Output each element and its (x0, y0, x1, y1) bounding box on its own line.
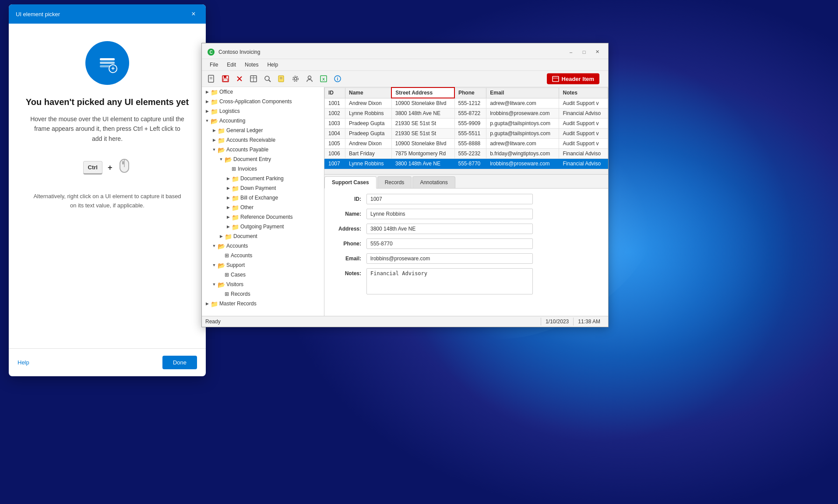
tree-item-document[interactable]: ▶ 📁 Document (202, 231, 324, 241)
tree-item-reference-docs[interactable]: ▶ 📁 Reference Documents (202, 212, 324, 222)
tree-label: Accounts Receivable (226, 137, 275, 143)
help-link[interactable]: Help (18, 359, 29, 366)
tree-label: Office (219, 89, 233, 95)
tree-item-bill-of-exchange[interactable]: ▶ 📁 Bill of Exchange (202, 193, 324, 203)
tree-item-document-parking[interactable]: ▶ 📁 Document Parking (202, 174, 324, 183)
tree-item-office[interactable]: ▶ 📁 Office (202, 87, 324, 97)
tree-label: Visitors (226, 281, 243, 287)
toolbar-new-btn[interactable] (205, 73, 218, 85)
expand-icon: ▼ (211, 242, 218, 249)
picker-close-button[interactable]: × (188, 9, 199, 19)
table-cell-name: Pradeep Gupta (345, 129, 391, 139)
tree-label: Logistics (219, 108, 240, 114)
toolbar-settings-btn[interactable] (289, 73, 302, 85)
form-input-address[interactable] (366, 224, 533, 234)
tree-item-master-records[interactable]: ▶ 📁 Master Records (202, 299, 324, 308)
form-input-email[interactable] (366, 253, 533, 264)
tree-label: Outgoing Payment (240, 224, 284, 230)
menu-notes[interactable]: Notes (240, 60, 263, 70)
tree-item-records[interactable]: ▶ ⊞ Records (202, 289, 324, 299)
table-row[interactable]: 1001Andrew Dixon10900 Stonelake Blvd555-… (325, 98, 608, 108)
grid-icon: ⊞ (225, 252, 229, 259)
menu-file[interactable]: File (205, 60, 222, 70)
tree-label: Support (226, 262, 245, 268)
form-input-name[interactable] (366, 209, 533, 219)
mouse-icon (117, 158, 131, 178)
tree-item-document-entry[interactable]: ▼ 📂 Document Entry (202, 154, 324, 164)
minimize-button[interactable]: – (565, 47, 577, 57)
tab-support-cases[interactable]: Support Cases (324, 176, 377, 189)
tree-item-accounts[interactable]: ▼ 📂 Accounts (202, 241, 324, 251)
expand-icon: ▶ (211, 136, 218, 144)
table-row[interactable]: 1003Pradeep Gupta21930 SE 51st St555-990… (325, 119, 608, 129)
tree-item-cases[interactable]: ▶ ⊞ Cases (202, 270, 324, 280)
table-cell-email: lrobbins@proseware.com (486, 108, 559, 119)
maximize-button[interactable]: □ (578, 47, 590, 57)
table-row[interactable]: 1006Bart Friday7875 Montgomery Rd555-223… (325, 149, 608, 159)
tree-item-down-payment[interactable]: ▶ 📁 Down Payment (202, 183, 324, 193)
menu-edit[interactable]: Edit (222, 60, 240, 70)
tree-panel[interactable]: ▶ 📁 Office ▶ 📁 Cross-Application Compone… (202, 87, 324, 316)
tree-item-outgoing-payment[interactable]: ▶ 📁 Outgoing Payment (202, 222, 324, 231)
toolbar-save-btn[interactable] (219, 73, 232, 85)
tree-item-support[interactable]: ▼ 📂 Support (202, 260, 324, 270)
tree-item-general-ledger[interactable]: ▶ 📁 General Ledger (202, 126, 324, 135)
table-row[interactable]: 1007Lynne Robbins3800 148th Ave NE555-87… (325, 159, 608, 169)
tree-item-invoices[interactable]: ▶ ⊞ Invoices (202, 164, 324, 174)
tree-item-accounts-receivable[interactable]: ▶ 📁 Accounts Receivable (202, 135, 324, 145)
menu-help[interactable]: Help (263, 60, 282, 70)
table-cell-name: Andrew Dixon (345, 139, 391, 149)
done-button[interactable]: Done (162, 356, 197, 369)
tree-item-accounts-payable[interactable]: ▼ 📂 Accounts Payable (202, 145, 324, 154)
svg-rect-33 (553, 76, 559, 81)
expand-icon: ▶ (218, 233, 225, 240)
status-text: Ready (205, 318, 541, 325)
table-cell-phone: 555-1212 (454, 98, 486, 108)
form-label-address: Address: (331, 224, 366, 232)
tree-item-logistics[interactable]: ▶ 📁 Logistics (202, 106, 324, 116)
table-cell-notes: Financial Adviso (559, 149, 608, 159)
folder-icon-open: 📂 (218, 147, 225, 153)
tree-item-cross-app[interactable]: ▶ 📁 Cross-Application Components (202, 97, 324, 106)
form-label-name: Name: (331, 209, 366, 217)
table-cell-id: 1006 (325, 149, 345, 159)
main-content: ▶ 📁 Office ▶ 📁 Cross-Application Compone… (202, 87, 608, 316)
col-header-email: Email (486, 88, 559, 98)
expand-icon: ▶ (204, 88, 211, 95)
toolbar-users-btn[interactable] (303, 73, 316, 85)
table-row[interactable]: 1002Lynne Robbins3800 148th Ave NE555-87… (325, 108, 608, 119)
table-row[interactable]: 1004Pradeep Gupta21930 SE 51st St555-551… (325, 129, 608, 139)
table-cell-name: Bart Friday (345, 149, 391, 159)
form-input-phone[interactable] (366, 238, 533, 249)
form-input-id[interactable] (366, 194, 533, 204)
window-close-button[interactable]: ✕ (592, 47, 603, 57)
tree-label: Bill of Exchange (240, 195, 278, 201)
form-textarea-notes[interactable]: Financial Advisory (366, 268, 533, 294)
table-cell-address: 10900 Stonelake Blvd (391, 139, 454, 149)
invoicing-window: C Contoso Invoicing – □ ✕ File Edit Note… (201, 43, 609, 327)
table-cell-name: Andrew Dixon (345, 98, 391, 108)
toolbar-note-btn[interactable] (275, 73, 288, 85)
toolbar-delete-btn[interactable] (233, 73, 246, 85)
export-icon: X (320, 75, 327, 83)
tree-item-accounts-grid[interactable]: ▶ ⊞ Accounts (202, 251, 324, 260)
toolbar-export-btn[interactable]: X (317, 73, 330, 85)
tree-label: Records (231, 291, 250, 297)
folder-icon: 📁 (211, 89, 218, 95)
tree-item-visitors[interactable]: ▼ 📂 Visitors (202, 280, 324, 289)
svg-text:X: X (322, 77, 325, 81)
form-label-email: Email: (331, 253, 366, 262)
grid-icon: ⊞ (225, 272, 229, 278)
save-icon (222, 75, 229, 83)
tree-item-accounting[interactable]: ▼ 📂 Accounting (202, 116, 324, 126)
toolbar-table-btn[interactable] (247, 73, 260, 85)
tab-records[interactable]: Records (377, 176, 412, 188)
svg-point-21 (265, 76, 269, 80)
toolbar-search-btn[interactable] (261, 73, 274, 85)
table-row[interactable]: 1005Andrew Dixon10900 Stonelake Blvd555-… (325, 139, 608, 149)
tree-item-other[interactable]: ▶ 📁 Other (202, 203, 324, 212)
toolbar-info-btn[interactable]: i (331, 73, 344, 85)
horizontal-scrollbar[interactable] (324, 169, 608, 174)
tab-annotations[interactable]: Annotations (412, 176, 455, 188)
picker-main-title: You haven't picked any UI elements yet (26, 97, 189, 107)
